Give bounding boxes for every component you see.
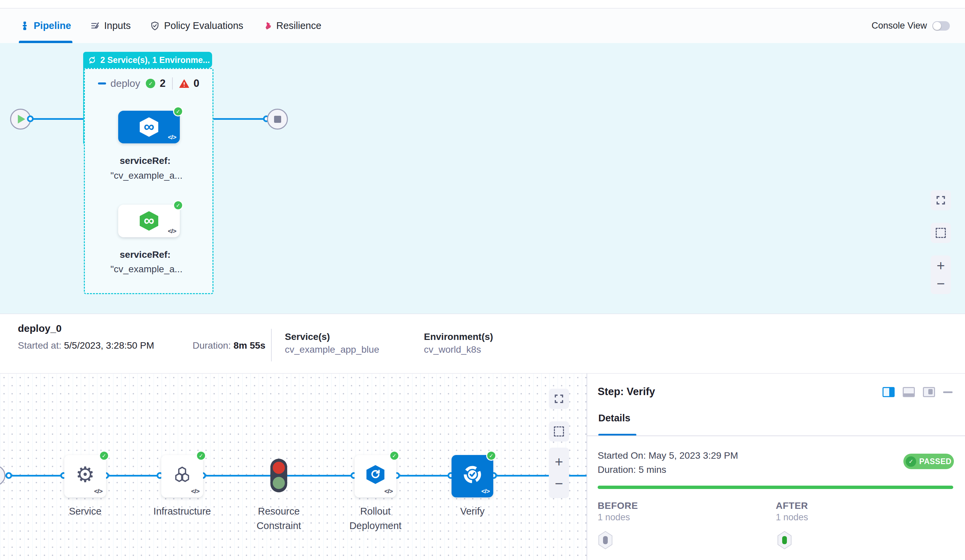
environments-header: Environment(s)	[424, 331, 493, 342]
verification-progress-bar	[598, 486, 953, 489]
zoom-in-button[interactable]: +	[937, 259, 945, 273]
services-header: Service(s)	[285, 331, 330, 342]
fullscreen-icon	[554, 393, 564, 404]
step-label-infrastructure: Infrastructure	[144, 504, 221, 519]
success-badge-icon: ✓	[486, 451, 496, 461]
zoom-in-button[interactable]: +	[555, 455, 563, 469]
panel-title: Step: Verify	[598, 386, 655, 398]
check-icon: ✓	[906, 456, 916, 467]
status-badge-label: PASSED	[919, 457, 952, 466]
step-node-rollout-deployment[interactable]: ✓ </>	[355, 455, 396, 497]
service-node-1[interactable]: ∞ ✓ </>	[118, 111, 180, 144]
pipeline-stage-canvas[interactable]: 2 Service(s), 1 Environme... deploy ✓ 2 …	[0, 43, 965, 313]
console-view-toggle[interactable]	[932, 21, 950, 31]
tab-details[interactable]: Details	[598, 413, 630, 424]
stage-title-row: deploy ✓ 2 0	[84, 77, 213, 90]
step-node-service[interactable]: ⚙ ✓ </>	[64, 455, 106, 497]
zoom-controls: + −	[549, 447, 569, 498]
tab-policy-evaluations[interactable]: Policy Evaluations	[150, 8, 243, 43]
stage-name[interactable]: deploy	[110, 78, 140, 89]
code-icon: </>	[481, 488, 489, 495]
zoom-controls: + −	[931, 255, 951, 294]
layout-right-panel-button[interactable]	[883, 387, 895, 397]
tab-policy-evaluations-label: Policy Evaluations	[164, 20, 243, 31]
tab-inputs[interactable]: Inputs	[91, 8, 131, 43]
marquee-icon	[554, 426, 564, 436]
step-node-resource-constraint[interactable]	[270, 459, 287, 492]
gear-icon: ⚙	[75, 464, 95, 485]
layout-floating-panel-button[interactable]	[923, 387, 935, 397]
marquee-select-button[interactable]	[931, 223, 951, 243]
service-ref-value-1: "cv_example_a...	[93, 170, 200, 181]
step-node-verify[interactable]: ✓ </>	[451, 455, 493, 497]
toggle-knob	[933, 22, 941, 30]
console-view-control: Console View	[872, 21, 950, 31]
step-graph-canvas[interactable]: ⚙ ✓ </> Service ✓ </> Infrastructure Res…	[0, 374, 587, 560]
after-node-count: 1 nodes	[776, 512, 808, 522]
service-ref-key-1: serviceRef:	[91, 155, 199, 166]
service-node-2[interactable]: ∞ ✓ </>	[118, 205, 180, 237]
started-at-label: Started at:	[18, 340, 61, 351]
code-icon: </>	[384, 488, 393, 495]
before-node-indicator	[603, 536, 608, 544]
environments-value[interactable]: cv_world_k8s	[424, 344, 481, 355]
service-hexagon-icon: ∞	[138, 118, 160, 137]
service-ref-value-2: "cv_example_a...	[93, 264, 200, 274]
panel-layout-controls	[883, 387, 952, 397]
minimize-panel-button[interactable]	[943, 392, 952, 393]
tab-pipeline[interactable]: Pipeline	[20, 8, 71, 43]
inputs-icon	[91, 21, 100, 30]
success-check-icon: ✓	[146, 79, 155, 88]
stage-header-badge[interactable]: 2 Service(s), 1 Environme...	[83, 52, 212, 68]
shield-check-icon	[150, 21, 160, 31]
graph-start-node	[0, 465, 5, 486]
hexagons-icon	[172, 464, 192, 485]
fullscreen-icon	[936, 195, 946, 206]
code-icon: </>	[168, 134, 176, 141]
step-details-panel: Step: Verify Details Started On: May 5, …	[587, 374, 965, 560]
stop-icon	[274, 116, 281, 123]
bottom-section: ⚙ ✓ </> Service ✓ </> Infrastructure Res…	[0, 374, 965, 560]
connector-dot	[5, 472, 12, 479]
service-ref-key-2: serviceRef:	[91, 249, 199, 260]
traffic-light-red	[273, 462, 285, 474]
layout-right-icon	[889, 388, 894, 396]
success-badge-icon: ✓	[99, 451, 109, 461]
step-label-resource-constraint: Resource Constraint	[240, 504, 317, 533]
stage-deploy-box[interactable]	[84, 68, 213, 294]
tab-inputs-label: Inputs	[104, 20, 131, 31]
success-count: 2	[160, 77, 165, 90]
panel-separator	[587, 436, 965, 436]
count-divider	[172, 77, 173, 90]
pipeline-icon	[20, 21, 29, 30]
after-header: AFTER	[776, 500, 808, 511]
tab-resilience[interactable]: Resilience	[263, 8, 322, 43]
code-icon: </>	[168, 227, 176, 235]
summary-divider	[271, 329, 272, 361]
verify-gauge-icon	[462, 464, 483, 485]
before-node-count: 1 nodes	[598, 512, 630, 522]
zoom-out-button[interactable]: −	[555, 477, 563, 491]
after-node-hexagon[interactable]	[777, 531, 793, 549]
start-connector-dot	[27, 116, 34, 122]
tab-pipeline-label: Pipeline	[34, 20, 71, 31]
step-node-infrastructure[interactable]: ✓ </>	[161, 455, 203, 497]
fit-to-screen-button[interactable]	[931, 190, 951, 211]
step-duration: Duration: 5 mins	[598, 464, 666, 475]
fit-to-screen-button[interactable]	[549, 389, 569, 409]
rollout-icon	[365, 465, 386, 484]
error-count: 0	[194, 77, 200, 90]
services-value[interactable]: cv_example_app_blue	[285, 344, 379, 355]
duration-row: Duration: 8m 55s	[193, 340, 265, 351]
marquee-select-button[interactable]	[549, 421, 569, 442]
started-at-row: Started at: 5/5/2023, 3:28:50 PM	[18, 340, 154, 351]
console-view-label: Console View	[872, 21, 927, 31]
pipeline-end-node	[267, 109, 288, 129]
before-node-hexagon[interactable]	[597, 531, 613, 549]
collapse-stage-icon[interactable]	[98, 82, 106, 85]
after-node-indicator	[782, 536, 787, 544]
step-label-rollout-deployment: Rollout Deployment	[337, 504, 414, 533]
zoom-out-button[interactable]: −	[937, 277, 945, 291]
service-hexagon-icon: ∞	[138, 211, 160, 231]
layout-bottom-panel-button[interactable]	[903, 387, 915, 397]
